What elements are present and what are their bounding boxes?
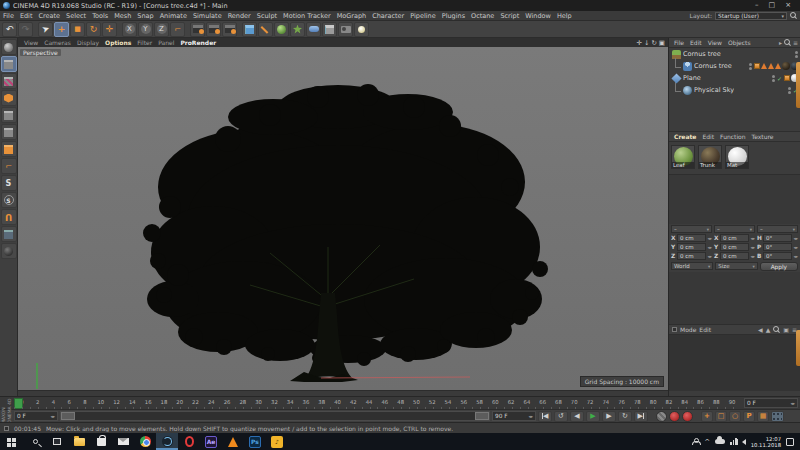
menu-item[interactable]: Octane [468, 12, 497, 20]
photoshop-icon[interactable]: Ps [244, 433, 266, 450]
am-checkbox[interactable] [672, 327, 677, 332]
quantize-magnet-icon[interactable]: U [1, 209, 17, 225]
rotate-tool-icon[interactable]: ↻ [86, 22, 101, 37]
position-z-field[interactable]: 0 cm [677, 252, 706, 260]
visibility-dots[interactable] [749, 63, 752, 70]
coord-size-dropdown[interactable]: Size▾ [715, 262, 757, 270]
search-icon[interactable] [790, 12, 797, 19]
range-end-field[interactable]: 90 F◂▸ [492, 411, 536, 421]
menu-item[interactable]: Help [554, 12, 575, 20]
play-backwards-icon[interactable]: ↺ [554, 411, 568, 422]
object-row-physical-sky[interactable]: Physical Sky ✓ [669, 84, 800, 96]
loop-icon[interactable]: ↻ [618, 411, 632, 422]
render-view-icon[interactable] [190, 22, 205, 37]
taskbar-search-icon[interactable] [24, 433, 46, 450]
zoom-view-icon[interactable]: ↓ [644, 39, 649, 47]
lock-x-icon[interactable]: X [122, 22, 137, 37]
enabled-check-icon[interactable]: ✓ [777, 75, 782, 82]
polygons-mode-icon[interactable] [1, 141, 17, 157]
add-cube-icon[interactable] [242, 22, 257, 37]
toggle-views-icon[interactable]: ▣ [659, 39, 665, 47]
viewport-menu-panel[interactable]: Panel [155, 39, 177, 46]
rotation-p-field[interactable]: 0° [763, 243, 792, 251]
menu-item[interactable]: File [0, 12, 17, 20]
environment-icon[interactable] [322, 22, 337, 37]
om-menu-file[interactable]: File [671, 39, 687, 46]
menu-item[interactable]: Create [35, 12, 63, 20]
goto-start-icon[interactable]: ◀ [538, 411, 552, 422]
menu-item[interactable]: Render [225, 12, 254, 20]
size-z-field[interactable]: 0 cm [720, 252, 749, 260]
camera-icon[interactable] [338, 22, 353, 37]
task-view-icon[interactable] [46, 433, 68, 450]
undo-icon[interactable]: ↶ [2, 22, 17, 37]
play-forwards-icon[interactable]: ▶ [586, 411, 600, 422]
apply-button[interactable]: Apply [760, 262, 798, 271]
viewport-menu-view[interactable]: View [21, 39, 41, 46]
preview-range-slider[interactable] [60, 411, 490, 421]
selection-tag-icon[interactable] [761, 63, 767, 69]
start-button-icon[interactable] [2, 433, 24, 450]
visibility-dots[interactable] [788, 87, 791, 94]
close-button[interactable]: × [785, 1, 791, 10]
viewport-menu-cameras[interactable]: Cameras [41, 39, 74, 46]
mail-icon[interactable] [112, 433, 134, 450]
om-arrow-icon[interactable]: ▸ [779, 39, 782, 46]
move-tool-icon[interactable]: + [54, 22, 69, 37]
texture-mode-icon[interactable] [1, 73, 17, 89]
menu-item[interactable]: Snap [134, 12, 156, 20]
record-position-icon[interactable]: + [701, 411, 713, 422]
capture-frame-icon[interactable] [771, 411, 784, 422]
live-selection-icon[interactable]: ➤ [38, 22, 53, 37]
record-rotation-icon[interactable]: ○ [729, 411, 741, 422]
current-frame-field[interactable]: 0 F◂▸ [744, 398, 798, 408]
mat-menu-edit[interactable]: Edit [699, 133, 717, 140]
chrome-icon[interactable] [134, 433, 156, 450]
object-row-cornus-tree[interactable]: Cornus tree [669, 48, 800, 60]
om-menu-edit[interactable]: Edit [687, 39, 705, 46]
menu-item[interactable]: Sculpt [254, 12, 280, 20]
record-scale-icon[interactable]: □ [715, 411, 727, 422]
model-mode-icon[interactable] [1, 56, 17, 72]
mat-menu-create[interactable]: Create [671, 133, 699, 140]
spline-pen-icon[interactable] [258, 22, 273, 37]
action-center-icon[interactable] [786, 438, 794, 446]
mat-menu-texture[interactable]: Texture [749, 133, 777, 140]
lock-z-icon[interactable]: Z [154, 22, 169, 37]
material-leaf[interactable]: Leaf [671, 145, 695, 169]
range-end-handle[interactable] [475, 412, 489, 420]
object-row-cornus-tree-child[interactable]: Cornus tree [669, 60, 800, 72]
menu-item[interactable]: Script [497, 12, 522, 20]
workplane-lock-icon[interactable] [1, 226, 17, 242]
taskbar-clock[interactable]: 12:07 10.11.2018 [751, 436, 781, 448]
size-x-field[interactable]: 0 cm [720, 234, 749, 242]
coord-col3-dropdown[interactable]: –▾ [757, 225, 798, 233]
render-picture-viewer-icon[interactable] [206, 22, 221, 37]
workplane-mode-icon[interactable] [1, 90, 17, 106]
scale-tool-icon[interactable]: ■ [70, 22, 85, 37]
display-tag-icon[interactable] [754, 63, 760, 69]
menu-item[interactable]: Character [369, 12, 407, 20]
minimize-button[interactable]: – [755, 1, 759, 10]
snap-settings-icon[interactable]: S [1, 192, 17, 208]
previous-frame-icon[interactable]: ◀ [570, 411, 584, 422]
keyframe-selection-icon[interactable] [656, 411, 667, 422]
menu-item[interactable]: MoGraph [334, 12, 370, 20]
menu-item[interactable]: Motion Tracker [280, 12, 334, 20]
light-icon[interactable] [354, 22, 369, 37]
cinema4d-taskbar-icon[interactable] [156, 433, 178, 450]
after-effects-icon[interactable]: Ae [200, 433, 222, 450]
om-list-icon[interactable]: ≡ [793, 39, 798, 46]
file-explorer-icon[interactable] [68, 433, 90, 450]
viewport-menu-filter[interactable]: Filter [134, 39, 155, 46]
am-search-icon[interactable] [773, 326, 780, 333]
maximize-button[interactable]: □ [769, 1, 776, 10]
record-active-objects-icon[interactable] [669, 411, 680, 422]
axis-mode-icon[interactable]: ⌐ [1, 158, 17, 174]
content-browser-tab[interactable] [796, 62, 800, 108]
mode-menu[interactable]: Mode [680, 326, 696, 333]
record-pla-icon[interactable]: ▦ [757, 411, 769, 422]
position-x-field[interactable]: 0 cm [677, 234, 706, 242]
pan-view-icon[interactable]: ✛ [636, 39, 641, 47]
attributes-side-tab[interactable] [796, 330, 800, 366]
